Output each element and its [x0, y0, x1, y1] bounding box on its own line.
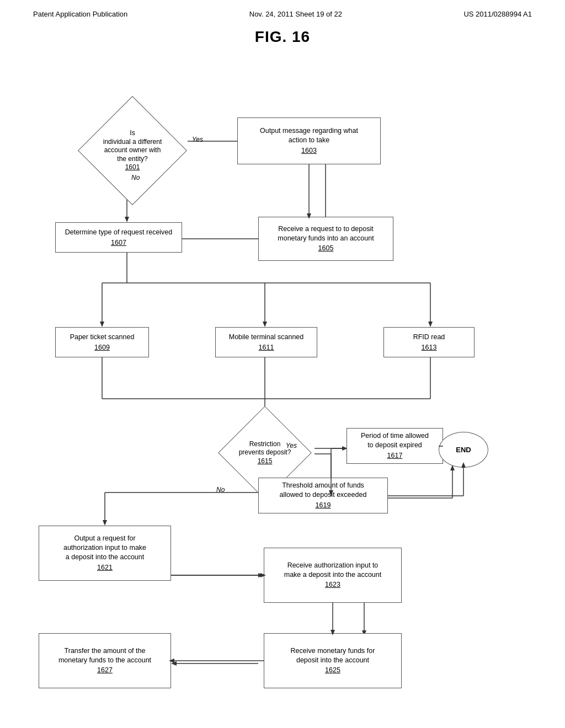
header-left: Patent Application Publication [33, 10, 127, 18]
node-1617-num: 1617 [387, 451, 403, 461]
no-label-1615: No [216, 486, 225, 494]
box-1603: Output message regarding whataction to t… [237, 117, 381, 164]
no-label-1601: No [131, 174, 140, 181]
box-1611: Mobile terminal scanned 1611 [215, 327, 317, 357]
node-1607-num: 1607 [111, 238, 126, 248]
box-1607: Determine type of request received 1607 [55, 222, 182, 253]
node-1625-num: 1625 [325, 666, 340, 675]
node-1611-num: 1611 [259, 343, 274, 352]
node-1613-num: 1613 [422, 343, 437, 352]
node-1603-label: Output message regarding whataction to t… [260, 126, 358, 145]
node-1605-label: Receive a request to to depositmonetary … [278, 224, 374, 243]
box-1605: Receive a request to to depositmonetary … [258, 217, 393, 261]
node-1619-num: 1619 [316, 501, 331, 510]
node-1607-label: Determine type of request received [65, 228, 173, 237]
figure-title: FIG. 16 [0, 28, 565, 46]
node-1605-num: 1605 [318, 244, 334, 253]
node-1601-label: Isindividual a differentaccount owner wi… [103, 129, 162, 163]
box-1623: Receive authorization input tomake a dep… [264, 548, 402, 603]
node-1621-num: 1621 [97, 563, 113, 572]
box-1617: Period of time allowedto deposit expired… [347, 428, 443, 464]
page-header: Patent Application Publication Nov. 24, … [0, 0, 565, 18]
node-1615-label: Restrictionprevents deposit? [239, 440, 291, 457]
node-1609-label: Paper ticket scanned [70, 333, 135, 342]
box-1621: Output a request forauthorization input … [39, 526, 171, 581]
node-1611-label: Mobile terminal scanned [229, 333, 304, 342]
node-1625-label: Receive monetary funds fordeposit into t… [291, 646, 375, 665]
node-1617-label: Period of time allowedto deposit expired [361, 431, 429, 450]
node-1619-label: Threshold amount of fundsallowed to depo… [280, 481, 367, 500]
node-1609-num: 1609 [94, 343, 110, 352]
node-1623-label: Receive authorization input tomake a dep… [284, 561, 382, 580]
header-middle: Nov. 24, 2011 Sheet 19 of 22 [249, 10, 342, 18]
svg-marker-3 [125, 217, 129, 222]
svg-marker-15 [428, 322, 433, 327]
node-1627-label: Transfer the amount of themonetary funds… [58, 646, 151, 665]
node-1615-num: 1615 [239, 457, 291, 466]
node-1601-num: 1601 [103, 163, 162, 172]
node-1623-num: 1623 [325, 580, 340, 590]
svg-marker-13 [263, 322, 267, 327]
flowchart-diagram: Isindividual a differentaccount owner wi… [0, 46, 565, 719]
box-1627: Transfer the amount of themonetary funds… [39, 633, 171, 688]
end-label: END [456, 446, 471, 454]
oval-end: END [439, 432, 488, 468]
node-1627-num: 1627 [97, 666, 113, 675]
box-1625: Receive monetary funds fordeposit into t… [264, 633, 402, 688]
svg-marker-11 [100, 322, 104, 327]
svg-marker-37 [258, 573, 264, 577]
header-right: US 2011/0288994 A1 [463, 10, 532, 18]
svg-marker-35 [103, 520, 107, 526]
node-1613-label: RFID read [413, 333, 445, 342]
box-1609: Paper ticket scanned 1609 [55, 327, 149, 357]
node-1603-num: 1603 [301, 146, 317, 156]
svg-marker-41 [171, 661, 177, 666]
box-1619: Threshold amount of fundsallowed to depo… [258, 478, 388, 513]
yes-label-1601: Yes [192, 136, 203, 143]
diamond-1601: Isindividual a differentaccount owner wi… [55, 106, 210, 195]
box-1613: RFID read 1613 [383, 327, 475, 357]
node-1621-label: Output a request forauthorization input … [63, 534, 146, 562]
